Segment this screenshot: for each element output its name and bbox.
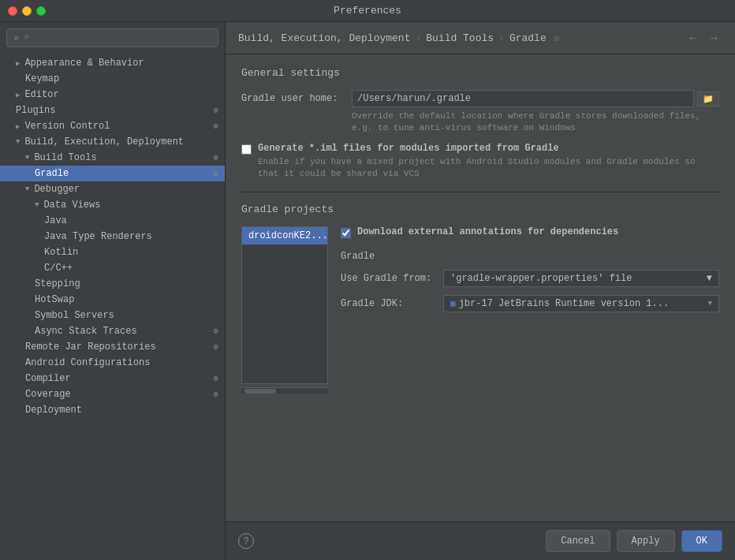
gear-icon: ⚙ <box>214 106 218 115</box>
gradle-user-home-label: Gradle user home: <box>241 90 352 104</box>
sidebar-item-coverage[interactable]: Coverage ⚙ <box>0 386 225 402</box>
gear-icon: ⚙ <box>214 342 218 352</box>
sidebar-item-cpp[interactable]: C/C++ <box>0 260 225 276</box>
sidebar-item-label: Stepping <box>35 278 80 289</box>
close-button[interactable] <box>8 6 17 16</box>
apply-button[interactable]: Apply <box>617 530 675 552</box>
sidebar-item-deployment[interactable]: Deployment <box>0 402 225 418</box>
breadcrumb-separator: › <box>498 32 505 44</box>
gradle-projects-title: Gradle projects <box>241 203 719 215</box>
sidebar-item-keymap[interactable]: Keymap <box>0 71 225 87</box>
search-input[interactable] <box>24 32 211 43</box>
sidebar-item-label: Android Configurations <box>25 357 150 368</box>
dropdown-arrow-icon: ▼ <box>707 273 712 284</box>
sidebar-item-label: HotSwap <box>35 294 74 305</box>
minimize-button[interactable] <box>22 6 32 16</box>
use-gradle-from-value: 'gradle-wrapper.properties' file <box>450 273 632 284</box>
dialog-buttons: Cancel Apply OK <box>546 530 722 552</box>
nav-forward-button[interactable]: → <box>705 30 722 46</box>
breadcrumb-nav: ← → <box>685 30 722 46</box>
external-link-icon: ⊠ <box>554 33 560 43</box>
sidebar-item-data-views[interactable]: ▼ Data Views <box>0 197 225 213</box>
sidebar-item-label: Data Views <box>43 200 100 211</box>
sidebar-item-label: Deployment <box>25 405 82 416</box>
sidebar-item-java-type-renderers[interactable]: Java Type Renderers <box>0 229 225 245</box>
nav-back-button[interactable]: ← <box>685 30 702 46</box>
content-area: Build, Execution, Deployment › Build Too… <box>226 22 735 560</box>
sidebar-item-label: C/C++ <box>44 263 73 274</box>
section-divider <box>241 192 719 192</box>
project-list-item[interactable]: droidconKE2... <box>242 227 327 245</box>
use-gradle-from-label: Use Gradle from: <box>341 273 443 284</box>
breadcrumb: Build, Execution, Deployment › Build Too… <box>238 32 559 44</box>
folder-browse-button[interactable]: 📁 <box>697 91 719 106</box>
sidebar-item-build-exec-deploy[interactable]: ▼ Build, Execution, Deployment <box>0 134 225 150</box>
bottom-bar: ? Cancel Apply OK <box>226 521 735 560</box>
sidebar-item-remote-jar[interactable]: Remote Jar Repositories ⚙ <box>0 339 225 355</box>
sidebar-item-label: Keymap <box>25 73 59 84</box>
project-settings: Download external annotations for depend… <box>341 226 719 394</box>
titlebar: Preferences <box>0 0 735 22</box>
sidebar-item-appearance[interactable]: ▶ Appearance & Behavior <box>0 55 225 71</box>
sidebar-item-label: Remote Jar Repositories <box>25 342 156 353</box>
sidebar-item-symbol-servers[interactable]: Symbol Servers <box>0 308 225 323</box>
sidebar-item-java[interactable]: Java <box>0 213 225 229</box>
chevron-icon: ▼ <box>35 201 39 209</box>
sidebar-item-kotlin[interactable]: Kotlin <box>0 245 225 260</box>
gradle-jdk-label: Gradle JDK: <box>341 298 443 309</box>
sidebar-item-android-config[interactable]: Android Configurations <box>0 355 225 371</box>
sidebar-item-gradle[interactable]: Gradle ⚙ <box>0 166 225 181</box>
sidebar-item-compiler[interactable]: Compiler ⚙ <box>0 371 225 386</box>
download-annotations-checkbox[interactable] <box>341 228 351 238</box>
gradle-user-home-row: Gradle user home: 📁 Override the default… <box>241 90 719 135</box>
chevron-icon: ▼ <box>16 138 20 146</box>
sidebar-item-label: Version Control <box>24 121 110 132</box>
sidebar-item-label: Build Tools <box>34 152 96 163</box>
sidebar-item-debugger[interactable]: ▼ Debugger <box>0 181 225 197</box>
generate-iml-checkbox[interactable] <box>241 144 252 155</box>
gradle-user-home-hint: Override the default location where Grad… <box>352 110 719 135</box>
horizontal-scrollbar[interactable] <box>241 387 328 394</box>
gradle-projects-section: droidconKE2... Download external annotat… <box>241 226 719 394</box>
cancel-button[interactable]: Cancel <box>546 530 610 552</box>
gear-icon: ⚙ <box>214 390 218 399</box>
sidebar-item-stepping[interactable]: Stepping <box>0 276 225 292</box>
gradle-jdk-select[interactable]: ▣ jbr-17 JetBrains Runtime version 1... … <box>443 295 719 312</box>
project-list[interactable]: droidconKE2... <box>241 226 328 384</box>
gradle-jdk-value: jbr-17 <box>459 298 493 309</box>
sidebar-item-build-tools[interactable]: ▼ Build Tools ⚙ <box>0 150 225 166</box>
search-box[interactable]: ⌕ <box>6 28 218 47</box>
sidebar-tree: ▶ Appearance & Behavior Keymap ▶ Editor … <box>0 54 225 560</box>
sidebar-item-editor[interactable]: ▶ Editor <box>0 87 225 103</box>
use-gradle-from-select[interactable]: 'gradle-wrapper.properties' file ▼ <box>443 270 719 287</box>
gradle-subsection-title: Gradle <box>341 251 719 262</box>
sidebar-item-label: Java Type Renderers <box>44 231 152 242</box>
gradle-jdk-desc <box>493 298 498 309</box>
download-checkbox-row: Download external annotations for depend… <box>341 226 719 238</box>
gradle-user-home-group: 📁 Override the default location where Gr… <box>352 90 719 135</box>
window-title: Preferences <box>334 5 401 17</box>
sidebar-item-hotswap[interactable]: HotSwap <box>0 292 225 308</box>
sidebar-item-label: Compiler <box>25 373 71 384</box>
sidebar-item-label: Java <box>44 215 67 226</box>
sidebar-item-label: Appearance & Behavior <box>24 58 144 69</box>
sidebar-item-label: Symbol Servers <box>35 310 114 321</box>
generate-iml-label[interactable]: Generate *.iml files for modules importe… <box>258 143 559 154</box>
ok-button[interactable]: OK <box>681 530 722 552</box>
sidebar-item-plugins[interactable]: Plugins ⚙ <box>0 103 225 118</box>
sidebar: ⌕ ▶ Appearance & Behavior Keymap ▶ Edito… <box>0 22 226 560</box>
download-checkbox-label[interactable]: Download external annotations for depend… <box>357 226 618 237</box>
gear-icon: ⚙ <box>214 121 218 131</box>
sidebar-item-label: Kotlin <box>44 247 78 258</box>
maximize-button[interactable] <box>36 6 46 16</box>
chevron-icon: ▼ <box>25 185 29 193</box>
help-button[interactable]: ? <box>238 533 254 549</box>
breadcrumb-part-2: Build Tools <box>426 32 494 44</box>
breadcrumb-part-1: Build, Execution, Deployment <box>238 32 410 44</box>
jdk-desc-text: JetBrains Runtime version 1... <box>498 298 708 309</box>
gradle-jdk-row: Gradle JDK: ▣ jbr-17 JetBrains Runtime v… <box>341 295 719 312</box>
sidebar-item-async-stack[interactable]: Async Stack Traces ⚙ <box>0 323 225 339</box>
gradle-user-home-input[interactable] <box>352 90 694 107</box>
sidebar-item-label: Async Stack Traces <box>35 326 137 337</box>
sidebar-item-version-control[interactable]: ▶ Version Control ⚙ <box>0 118 225 134</box>
